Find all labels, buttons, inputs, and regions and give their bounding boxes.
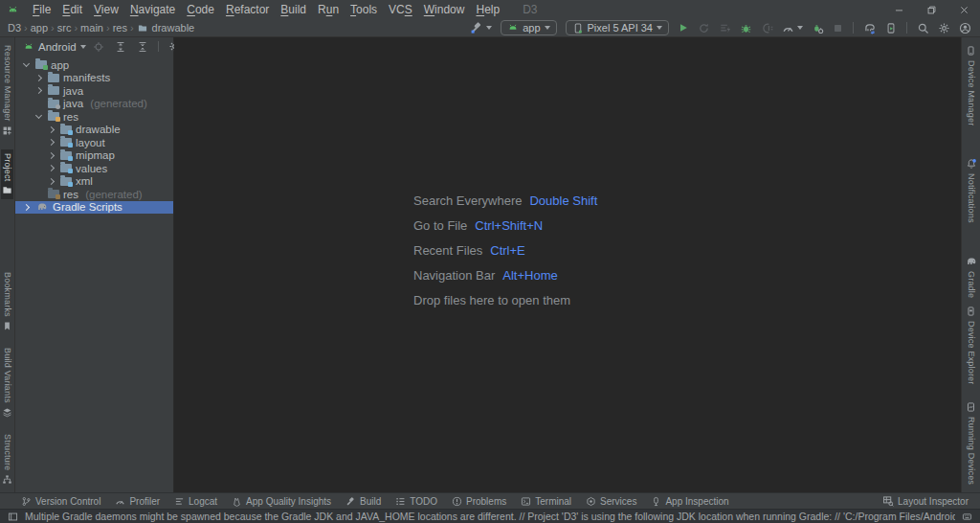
menu-navigate[interactable]: Navigate: [124, 3, 181, 16]
project-view-select[interactable]: Android: [23, 41, 86, 53]
tool-window-button-version-control[interactable]: Version Control: [21, 496, 100, 507]
chevron-closed-icon[interactable]: [21, 205, 32, 210]
tree-item-xml[interactable]: xml: [15, 175, 173, 189]
breadcrumb-item-d3[interactable]: D3: [8, 22, 21, 34]
sync-project-with-gradle-files-button[interactable]: [860, 21, 880, 35]
right-tool-stripe: Device ManagerNotificationsGradle Device…: [961, 37, 980, 492]
shortcut-hint: Go to FileCtrl+Shift+N: [413, 213, 597, 238]
left-stripe-bottom: BookmarksBuild VariantsStructure: [1, 268, 13, 489]
chevron-open-icon[interactable]: [33, 115, 44, 118]
tool-window-button-app-inspection[interactable]: App Inspection: [651, 496, 728, 507]
select-opened-file-button[interactable]: [90, 40, 107, 54]
run-button[interactable]: [675, 21, 692, 34]
menu-run[interactable]: Run: [312, 3, 345, 16]
apply-changes-restart-activity-button[interactable]: [695, 21, 713, 35]
breadcrumb-label: app: [31, 22, 48, 34]
run-config-select[interactable]: app: [501, 20, 556, 35]
menu-edit[interactable]: Edit: [56, 3, 88, 16]
tool-stripe-running-devices[interactable]: Running Devices: [965, 398, 977, 489]
tree-item-values[interactable]: values: [15, 162, 173, 175]
collapse-all-button[interactable]: [134, 40, 151, 54]
chevron-closed-icon[interactable]: [46, 140, 56, 145]
menu-window[interactable]: Window: [418, 3, 471, 16]
chevron-closed-icon[interactable]: [46, 166, 56, 171]
status-message: Multiple Gradle daemons might be spawned…: [25, 511, 955, 522]
device-select[interactable]: Pixel 5 API 34: [566, 20, 670, 35]
attach-debugger-button[interactable]: [758, 21, 776, 35]
tool-stripe-structure[interactable]: Structure: [1, 430, 13, 489]
debug-button[interactable]: [737, 21, 755, 35]
tool-window-button-logcat[interactable]: Logcat: [174, 496, 217, 507]
chevron-closed-icon[interactable]: [46, 153, 56, 158]
tool-stripe-notifications[interactable]: Notifications: [965, 154, 978, 227]
tree-item-java[interactable]: java: [15, 84, 173, 98]
tree-item-mipmap[interactable]: mipmap: [15, 149, 173, 163]
tool-window-button-label: Profiler: [129, 496, 160, 507]
chevron-open-icon[interactable]: [21, 63, 32, 66]
tree-item-res[interactable]: res: [15, 110, 173, 124]
tool-window-button-problems[interactable]: Problems: [452, 496, 506, 507]
tree-item-drawable[interactable]: drawable: [15, 124, 173, 137]
todo-icon: [395, 496, 406, 507]
breadcrumb-item-main[interactable]: main: [80, 22, 103, 34]
breadcrumb-item-src[interactable]: src: [57, 22, 72, 34]
menu-view[interactable]: View: [88, 3, 124, 16]
close-button[interactable]: [947, 0, 980, 19]
expand-all-button[interactable]: [112, 40, 129, 54]
tool-stripe-bookmarks[interactable]: Bookmarks: [1, 268, 13, 335]
breadcrumb-item-app[interactable]: app: [31, 22, 48, 34]
tree-item-java-generated[interactable]: java (generated): [15, 98, 173, 111]
menu-refactor[interactable]: Refactor: [220, 3, 275, 16]
profile-profileable-button[interactable]: [809, 21, 827, 35]
tool-stripe-label: Gradle: [967, 271, 976, 298]
apply-code-changes-button[interactable]: [716, 21, 734, 35]
tool-window-button-app-quality-insights[interactable]: App Quality Insights: [232, 496, 331, 507]
tool-stripe-build-variants[interactable]: Build Variants: [1, 344, 13, 421]
account-button[interactable]: [956, 21, 974, 35]
menu-code[interactable]: Code: [181, 3, 220, 16]
tree-item-label: res: [63, 189, 78, 200]
tool-stripe-project[interactable]: Project: [1, 149, 13, 199]
tool-stripe-device-explorer[interactable]: Device Explorer: [965, 302, 977, 389]
running-devices-icon: [966, 401, 976, 413]
maximize-button[interactable]: [915, 0, 947, 19]
tool-stripe-resource-manager[interactable]: Resource Manager: [1, 41, 13, 140]
profiler-button[interactable]: [779, 21, 806, 35]
chevron-closed-icon[interactable]: [46, 179, 56, 184]
menu-build[interactable]: Build: [275, 3, 312, 16]
tool-stripe-device-manager[interactable]: Device Manager: [965, 41, 977, 129]
settings-button[interactable]: [935, 21, 953, 35]
tree-item-app[interactable]: app: [15, 58, 173, 72]
tool-window-button-label: Layout Inspector: [898, 496, 969, 507]
device-manager-mirror-button[interactable]: [882, 21, 900, 35]
stop-button[interactable]: [830, 22, 846, 34]
tree-item-manifests[interactable]: manifests: [15, 72, 173, 85]
tool-window-button-todo[interactable]: TODO: [395, 496, 437, 507]
minimize-button[interactable]: [882, 0, 915, 19]
chevron-closed-icon[interactable]: [46, 127, 56, 132]
tree-item-gradle-scripts[interactable]: Gradle Scripts: [15, 201, 173, 215]
breadcrumb-item-drawable[interactable]: drawable: [137, 22, 195, 34]
build-button[interactable]: [467, 20, 495, 35]
search-everywhere-button[interactable]: [914, 21, 932, 35]
editor-area[interactable]: Search EverywhereDouble ShiftGo to FileC…: [174, 37, 961, 492]
menu-vcs[interactable]: VCS: [383, 3, 418, 16]
menu-tools[interactable]: Tools: [345, 3, 383, 16]
tool-window-button-terminal[interactable]: Terminal: [521, 496, 571, 507]
menu-help[interactable]: Help: [470, 3, 505, 16]
tree-item-res-generated[interactable]: res (generated): [15, 188, 173, 201]
tool-stripe-gradle[interactable]: Gradle: [964, 252, 979, 302]
menu-file[interactable]: File: [27, 3, 56, 16]
chevron-closed-icon[interactable]: [33, 88, 44, 93]
tool-window-button-label: Services: [600, 496, 636, 507]
build-variants-icon: [2, 407, 12, 418]
breadcrumb-item-res[interactable]: res: [113, 22, 127, 34]
tool-window-button-label: Build: [360, 496, 381, 507]
chevron-closed-icon[interactable]: [33, 76, 44, 80]
tool-window-button-profiler[interactable]: Profiler: [115, 496, 160, 507]
tool-window-button-build[interactable]: Build: [345, 496, 381, 507]
tool-window-button-services[interactable]: Services: [586, 496, 636, 507]
tree-item-layout[interactable]: layout: [15, 136, 173, 149]
event-log-icon[interactable]: [962, 512, 972, 522]
tool-window-button-layout-inspector[interactable]: Layout Inspector: [882, 495, 969, 507]
